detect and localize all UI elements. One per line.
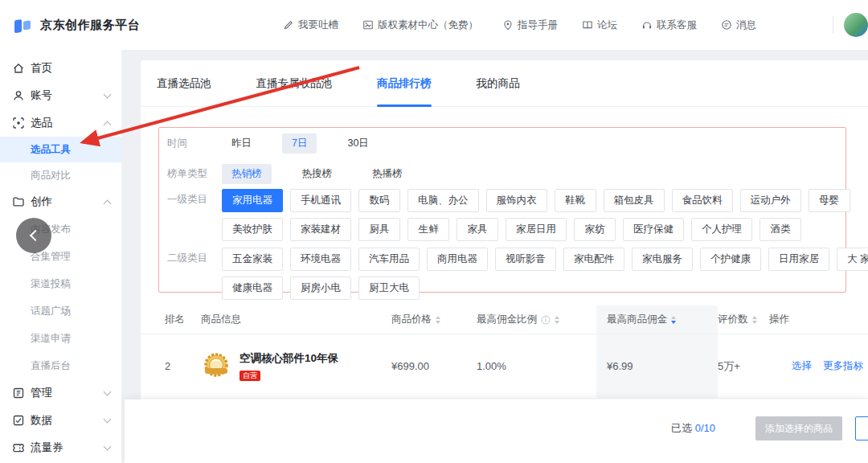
app-title: 京东创作服务平台: [40, 18, 140, 33]
sidebar-subitem[interactable]: 话题广场: [0, 297, 121, 325]
category-chip[interactable]: 箱包皮具: [604, 189, 665, 212]
menu-guide[interactable]: 指导手册: [502, 18, 558, 32]
avatar[interactable]: [844, 13, 868, 37]
sidebar-subitem[interactable]: 渠道申请: [0, 325, 121, 352]
subcategory-chip[interactable]: 大 家 电: [837, 248, 868, 271]
category-chip[interactable]: 电脑、办公: [407, 189, 479, 212]
menu-feedback[interactable]: 我要吐槽: [283, 18, 338, 32]
row-action-link[interactable]: 选择: [792, 359, 812, 373]
sidebar-subitem[interactable]: 合集管理: [0, 243, 121, 270]
time-option[interactable]: 昨日: [222, 133, 261, 154]
time-option[interactable]: 30日: [338, 133, 378, 154]
rank-type-option[interactable]: 热搜榜: [293, 164, 342, 184]
category-chip[interactable]: 母婴: [809, 189, 850, 212]
category-chip[interactable]: 运动户外: [740, 189, 801, 212]
brand[interactable]: 京东创作服务平台: [0, 14, 140, 36]
category-chip[interactable]: 厨具: [358, 218, 400, 241]
checkbox-icon: [12, 414, 25, 427]
sidebar-item-account[interactable]: 账号: [0, 82, 121, 109]
tab[interactable]: 直播专属收品池: [256, 60, 333, 107]
chevron-up-icon: [104, 199, 112, 207]
subcategory-chip[interactable]: 厨房小电: [290, 277, 351, 300]
sidebar-item-label: 创作: [31, 195, 52, 209]
view-button[interactable]: 查看: [855, 416, 868, 440]
subcategory-chip[interactable]: 健康电器: [222, 277, 283, 300]
col-price-sort[interactable]: 商品价格: [391, 305, 477, 334]
sort-icon: [555, 316, 559, 324]
product-name[interactable]: 空调核心部件10年保: [240, 351, 338, 366]
category-chip[interactable]: 食品饮料: [672, 189, 733, 212]
time-option[interactable]: 7日: [282, 133, 317, 154]
sidebar-subitem[interactable]: 选品工具: [0, 137, 121, 162]
category-chip[interactable]: 服饰内衣: [486, 189, 547, 212]
tab[interactable]: 直播选品池: [157, 60, 211, 107]
footer-bar: 已选 0/10 添加选择的商品 查看: [125, 399, 868, 463]
subcategory-chip[interactable]: 汽车用品: [358, 248, 420, 271]
col-product-info: 商品信息: [201, 305, 391, 334]
category-chip[interactable]: 家纺: [574, 218, 616, 241]
menu-copyright-center[interactable]: 版权素材中心（免费）: [362, 18, 478, 32]
subcategory-chip[interactable]: 五金家装: [222, 248, 283, 271]
category-chip[interactable]: 数码: [358, 189, 400, 212]
logo-icon: [11, 14, 34, 36]
product-image[interactable]: [201, 351, 231, 382]
subcategory-chip[interactable]: 商用电器: [427, 248, 488, 271]
sort-icon: [752, 316, 757, 324]
subcategory-chip[interactable]: 家电服务: [632, 248, 693, 271]
headset-icon: [641, 19, 653, 31]
sidebar-subitem[interactable]: 渠道投稿: [0, 270, 121, 297]
subcategory-chip[interactable]: 家电配件: [563, 248, 624, 271]
col-actions: 操作: [769, 305, 868, 334]
category-chip[interactable]: 鞋靴: [555, 189, 596, 212]
subcategory-chip[interactable]: 日用家居: [768, 248, 829, 271]
sidebar-item-traffic-coupon[interactable]: 流量券: [0, 434, 121, 461]
rank-type-option[interactable]: 热播榜: [362, 164, 412, 184]
rank-type-option[interactable]: 热销榜: [222, 164, 272, 184]
sidebar-collapse-button[interactable]: [16, 218, 51, 253]
col-max-commission-sort[interactable]: 最高商品佣金: [596, 305, 718, 334]
message-icon: [721, 19, 732, 31]
sidebar-item-creation[interactable]: 创作: [0, 188, 121, 215]
sidebar-item-data[interactable]: 数据: [0, 407, 121, 434]
selection-submenu: 选品工具商品对比: [0, 137, 121, 188]
subcategory-chip[interactable]: 视听影音: [495, 248, 556, 271]
sidebar-item-selection[interactable]: 选品: [0, 109, 121, 137]
category-chip[interactable]: 家居日用: [506, 218, 567, 241]
category-chip[interactable]: 酒类: [760, 218, 801, 241]
category-chip[interactable]: 家用电器: [222, 189, 283, 212]
selected-label: 已选: [671, 422, 692, 434]
tab[interactable]: 商品排行榜: [377, 60, 432, 107]
pencil-icon: [283, 19, 294, 31]
col-commission-ratio-sort[interactable]: 最高佣金比例: [477, 305, 596, 334]
sidebar: 首页 账号 选品 选品工具商品对比 创作 内容发布合集管理渠道投稿话题广场渠道申…: [0, 50, 122, 463]
category-chip[interactable]: 家具: [457, 218, 498, 241]
sidebar-subitem[interactable]: 直播后台: [0, 352, 121, 379]
category-chip[interactable]: 医疗保健: [623, 218, 684, 241]
sidebar-item-home[interactable]: 首页: [0, 55, 121, 82]
commission-ratio-value: 1.00%: [477, 334, 596, 398]
col-reviews-sort[interactable]: 评价数: [718, 305, 769, 334]
category-chip[interactable]: 家装建材: [290, 218, 351, 241]
subcategory-chip[interactable]: 厨卫大电: [358, 277, 420, 300]
rank-type-filter-row: 榜单类型 热销榜热搜榜热播榜: [167, 158, 845, 189]
tab[interactable]: 我的商品: [477, 60, 520, 107]
chevron-up-icon: [104, 121, 112, 129]
category-chip[interactable]: 个人护理: [691, 218, 752, 241]
category-chip[interactable]: 美妆护肤: [222, 218, 283, 241]
sidebar-item-manage[interactable]: 管理: [0, 379, 121, 407]
menu-messages[interactable]: 消息: [721, 18, 756, 32]
add-selected-products-button[interactable]: 添加选择的商品: [755, 416, 842, 440]
chevron-down-icon: [104, 90, 112, 98]
selected-summary: 已选 0/10: [671, 416, 715, 440]
filter-label: 二级类目: [167, 252, 212, 265]
row-action-link[interactable]: 更多指标: [823, 359, 863, 373]
menu-customer-service[interactable]: 联系客服: [641, 18, 697, 32]
menu-forum[interactable]: 论坛: [582, 18, 617, 32]
subcategory-chip[interactable]: 个护健康: [700, 248, 761, 271]
category-chip[interactable]: 手机通讯: [290, 189, 351, 212]
sidebar-subitem[interactable]: 商品对比: [0, 162, 121, 188]
top-header: 京东创作服务平台 我要吐槽 版权素材中心（免费） 指导手册 论坛 联系客服 消息: [0, 0, 868, 50]
category-chip[interactable]: 生鲜: [407, 218, 449, 241]
sidebar-item-label: 首页: [31, 61, 52, 76]
subcategory-chip[interactable]: 环境电器: [290, 248, 351, 271]
